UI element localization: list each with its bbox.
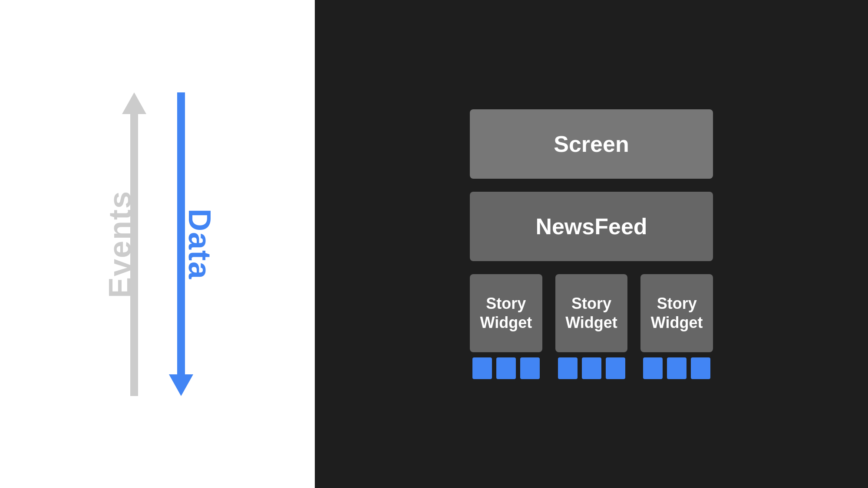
story-dots-row-2 bbox=[555, 357, 628, 379]
story-widget-box-2: StoryWidget bbox=[555, 274, 628, 352]
story-widget-box-3: StoryWidget bbox=[640, 274, 713, 352]
story-widgets-row: StoryWidget StoryWidget bbox=[470, 274, 713, 379]
story-widget-label-3: StoryWidget bbox=[651, 294, 703, 331]
story-dot-3-3 bbox=[691, 357, 710, 379]
story-dot-1-1 bbox=[472, 357, 492, 379]
screen-label: Screen bbox=[554, 131, 629, 157]
story-dot-2-1 bbox=[558, 357, 578, 379]
story-dot-3-1 bbox=[643, 357, 663, 379]
left-panel: Events Data bbox=[0, 0, 315, 488]
story-widget-col-3: StoryWidget bbox=[640, 274, 713, 379]
events-arrow bbox=[128, 92, 140, 396]
data-label: Data bbox=[182, 208, 218, 279]
story-dot-2-2 bbox=[582, 357, 601, 379]
story-widget-label-1: StoryWidget bbox=[480, 294, 532, 331]
story-dot-1-3 bbox=[520, 357, 540, 379]
story-dots-row-1 bbox=[470, 357, 542, 379]
story-widget-label-2: StoryWidget bbox=[565, 294, 617, 331]
story-widget-box-1: StoryWidget bbox=[470, 274, 542, 352]
screen-box: Screen bbox=[470, 109, 713, 179]
story-dots-row-3 bbox=[640, 357, 713, 379]
arrow-up-shaft bbox=[130, 114, 138, 396]
story-widget-col-1: StoryWidget bbox=[470, 274, 542, 379]
story-widget-col-2: StoryWidget bbox=[555, 274, 628, 379]
right-content: Screen NewsFeed StoryWidget bbox=[470, 109, 713, 379]
arrows-container: Events Data bbox=[128, 92, 187, 396]
data-arrow-wrapper: Data bbox=[175, 92, 187, 396]
newsfeed-label: NewsFeed bbox=[535, 213, 647, 239]
arrow-down-head bbox=[169, 374, 193, 396]
newsfeed-box: NewsFeed bbox=[470, 192, 713, 261]
arrow-up-head bbox=[122, 92, 146, 114]
story-dot-1-2 bbox=[496, 357, 516, 379]
events-arrow-wrapper: Events bbox=[128, 92, 140, 396]
story-dot-2-3 bbox=[606, 357, 625, 379]
story-dot-3-2 bbox=[667, 357, 686, 379]
right-panel: Screen NewsFeed StoryWidget bbox=[315, 0, 868, 488]
